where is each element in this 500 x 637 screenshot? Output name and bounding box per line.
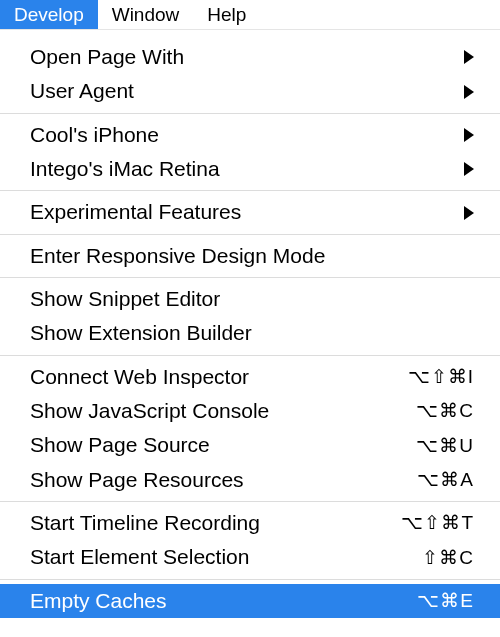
menu-item-show-snippet-editor[interactable]: Show Snippet Editor (0, 282, 500, 316)
menu-item-start-element-selection[interactable]: Start Element Selection ⇧⌘C (0, 540, 500, 574)
menu-item-show-javascript-console[interactable]: Show JavaScript Console ⌥⌘C (0, 394, 500, 428)
menu-item-label: Enter Responsive Design Mode (30, 242, 325, 270)
menu-item-label: Show JavaScript Console (30, 397, 269, 425)
menu-item-shortcut: ⌥⌘A (417, 467, 474, 493)
menubar-item-help[interactable]: Help (193, 0, 260, 29)
submenu-arrow-icon (464, 50, 474, 64)
menu-item-label: Empty Caches (30, 587, 167, 615)
menu-item-shortcut: ⌥⇧⌘I (408, 364, 474, 390)
menu-item-cools-iphone[interactable]: Cool's iPhone (0, 118, 500, 152)
menu-item-label: User Agent (30, 77, 134, 105)
menu-item-empty-caches[interactable]: Empty Caches ⌥⌘E (0, 584, 500, 618)
menu-item-show-page-source[interactable]: Show Page Source ⌥⌘U (0, 428, 500, 462)
menu-item-label: Show Page Source (30, 431, 210, 459)
menu-item-open-page-with[interactable]: Open Page With (0, 40, 500, 74)
menu-item-label: Show Snippet Editor (30, 285, 220, 313)
menu-item-label: Show Extension Builder (30, 319, 252, 347)
develop-dropdown: Open Page With User Agent Cool's iPhone … (0, 30, 500, 622)
menu-group: Connect Web Inspector ⌥⇧⌘I Show JavaScri… (0, 355, 500, 501)
menu-item-label: Open Page With (30, 43, 184, 71)
menu-item-label: Connect Web Inspector (30, 363, 249, 391)
menu-item-label: Cool's iPhone (30, 121, 159, 149)
menu-item-shortcut: ⇧⌘C (422, 545, 474, 571)
menu-item-enter-responsive-design-mode[interactable]: Enter Responsive Design Mode (0, 239, 500, 273)
menu-group: Show Snippet Editor Show Extension Build… (0, 277, 500, 355)
submenu-arrow-icon (464, 128, 474, 142)
menu-group: Experimental Features (0, 190, 500, 233)
menubar: Develop Window Help (0, 0, 500, 30)
menu-item-experimental-features[interactable]: Experimental Features (0, 195, 500, 229)
menu-group: Start Timeline Recording ⌥⇧⌘T Start Elem… (0, 501, 500, 579)
menu-item-show-page-resources[interactable]: Show Page Resources ⌥⌘A (0, 463, 500, 497)
submenu-arrow-icon (464, 162, 474, 176)
menu-item-label: Start Timeline Recording (30, 509, 260, 537)
menubar-item-develop[interactable]: Develop (0, 0, 98, 29)
menu-item-shortcut: ⌥⇧⌘T (401, 510, 474, 536)
menu-item-label: Experimental Features (30, 198, 241, 226)
menu-item-shortcut: ⌥⌘U (416, 433, 474, 459)
menu-item-label: Show Page Resources (30, 466, 244, 494)
menu-item-shortcut: ⌥⌘E (417, 588, 474, 614)
menu-item-start-timeline-recording[interactable]: Start Timeline Recording ⌥⇧⌘T (0, 506, 500, 540)
menu-group: Cool's iPhone Intego's iMac Retina (0, 113, 500, 191)
menu-item-show-extension-builder[interactable]: Show Extension Builder (0, 316, 500, 350)
menu-item-shortcut: ⌥⌘C (416, 398, 474, 424)
menu-item-connect-web-inspector[interactable]: Connect Web Inspector ⌥⇧⌘I (0, 360, 500, 394)
submenu-arrow-icon (464, 206, 474, 220)
submenu-arrow-icon (464, 85, 474, 99)
menu-item-user-agent[interactable]: User Agent (0, 74, 500, 108)
menu-group: Empty Caches ⌥⌘E (0, 579, 500, 622)
menu-group: Enter Responsive Design Mode (0, 234, 500, 277)
menu-item-label: Start Element Selection (30, 543, 249, 571)
menu-group: Open Page With User Agent (0, 30, 500, 113)
menu-item-integos-imac-retina[interactable]: Intego's iMac Retina (0, 152, 500, 186)
menu-item-label: Intego's iMac Retina (30, 155, 220, 183)
menubar-item-window[interactable]: Window (98, 0, 194, 29)
